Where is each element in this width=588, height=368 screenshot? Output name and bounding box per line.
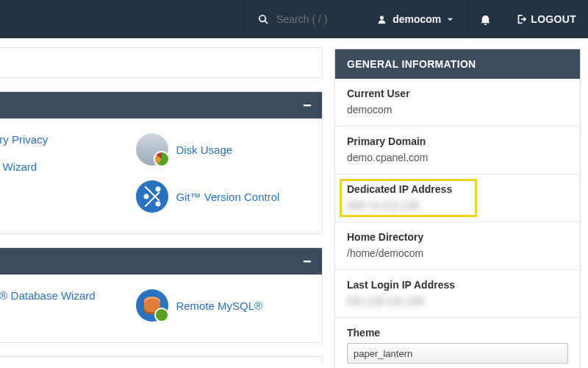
notifications-button[interactable]	[467, 0, 504, 38]
last-login-label: Last Login IP Address	[347, 279, 568, 291]
extra-panel	[0, 356, 323, 365]
directory-privacy-item[interactable]: ory Privacy	[0, 126, 126, 153]
svg-line-1	[265, 21, 268, 24]
collapse-icon	[303, 257, 312, 266]
current-user-value: democom	[347, 104, 568, 116]
logout-button[interactable]: LOGOUT	[504, 0, 588, 38]
theme-value: paper_lantern	[354, 348, 412, 359]
primary-domain-label: Primary Domain	[347, 135, 568, 147]
left-column: ory Privacy p Wizard Disk Usage Git™ Ver…	[0, 38, 334, 365]
files-panel-body: ory Privacy p Wizard Disk Usage Git™ Ver…	[0, 118, 322, 233]
dedicated-ip-value: 208.74.122.138	[347, 199, 568, 211]
dedicated-ip-row: Dedicated IP Address 208.74.122.138	[335, 174, 580, 222]
svg-rect-3	[304, 105, 311, 106]
home-directory-label: Home Directory	[347, 231, 568, 243]
right-column: GENERAL INFORMATION Current User democom…	[334, 38, 588, 368]
db-col-2: Remote MySQL®	[136, 282, 322, 329]
current-user-label: Current User	[347, 88, 568, 99]
svg-rect-4	[304, 261, 311, 262]
disk-usage-icon	[136, 133, 168, 166]
backup-wizard-item[interactable]: p Wizard	[0, 153, 126, 180]
files-panel-header[interactable]	[0, 92, 322, 118]
db-col-1: L® Database Wizard	[0, 282, 126, 329]
user-icon	[377, 15, 387, 24]
primary-domain-value: demo.cpanel.com	[347, 152, 568, 163]
files-col-1: ory Privacy p Wizard	[0, 126, 126, 220]
mysql-wizard-link[interactable]: L® Database Wizard	[0, 289, 96, 302]
logout-icon	[516, 14, 526, 24]
dedicated-ip-label: Dedicated IP Address	[347, 183, 568, 195]
chevron-down-icon	[447, 16, 453, 23]
directory-privacy-link[interactable]: ory Privacy	[0, 133, 48, 146]
git-icon	[136, 180, 168, 213]
remote-mysql-icon	[136, 289, 168, 322]
page-search-box[interactable]	[0, 47, 323, 78]
last-login-row: Last Login IP Address 201.229.141.209	[335, 270, 580, 318]
general-info-header: GENERAL INFORMATION	[335, 49, 580, 79]
global-search[interactable]	[244, 0, 364, 38]
collapse-icon	[303, 101, 312, 110]
databases-panel-body: L® Database Wizard Remote MySQL®	[0, 275, 322, 342]
username-label: democom	[392, 13, 441, 25]
theme-label: Theme	[347, 327, 568, 339]
remote-mysql-item[interactable]: Remote MySQL®	[136, 282, 322, 329]
home-directory-row: Home Directory /home/democom	[335, 222, 580, 270]
files-panel: ory Privacy p Wizard Disk Usage Git™ Ver…	[0, 91, 323, 234]
last-login-value: 201.229.141.209	[347, 295, 568, 307]
top-nav: democom LOGOUT	[0, 0, 588, 38]
databases-panel: L® Database Wizard Remote MySQL®	[0, 247, 323, 343]
theme-row: Theme paper_lantern	[335, 318, 580, 368]
svg-point-0	[259, 15, 265, 21]
databases-panel-header[interactable]	[0, 248, 322, 275]
search-input[interactable]	[276, 13, 350, 25]
primary-domain-row: Primary Domain demo.cpanel.com	[335, 127, 580, 174]
home-directory-value: /home/democom	[347, 247, 568, 259]
mysql-wizard-item[interactable]: L® Database Wizard	[0, 282, 126, 309]
disk-usage-link[interactable]: Disk Usage	[176, 144, 232, 156]
remote-mysql-link[interactable]: Remote MySQL®	[176, 300, 262, 312]
theme-select[interactable]: paper_lantern	[347, 343, 568, 364]
git-link[interactable]: Git™ Version Control	[176, 191, 279, 203]
logout-label: LOGOUT	[531, 13, 576, 25]
current-user-row: Current User democom	[335, 79, 580, 127]
search-icon	[258, 14, 269, 25]
backup-wizard-link[interactable]: p Wizard	[0, 160, 37, 173]
bell-icon	[480, 14, 491, 25]
git-item[interactable]: Git™ Version Control	[136, 173, 322, 220]
main-area: ory Privacy p Wizard Disk Usage Git™ Ver…	[0, 38, 588, 368]
files-col-2: Disk Usage Git™ Version Control	[136, 126, 322, 220]
general-info-card: GENERAL INFORMATION Current User democom…	[334, 49, 581, 368]
user-menu[interactable]: democom	[364, 0, 467, 38]
disk-usage-item[interactable]: Disk Usage	[136, 126, 322, 173]
svg-point-2	[380, 15, 384, 19]
